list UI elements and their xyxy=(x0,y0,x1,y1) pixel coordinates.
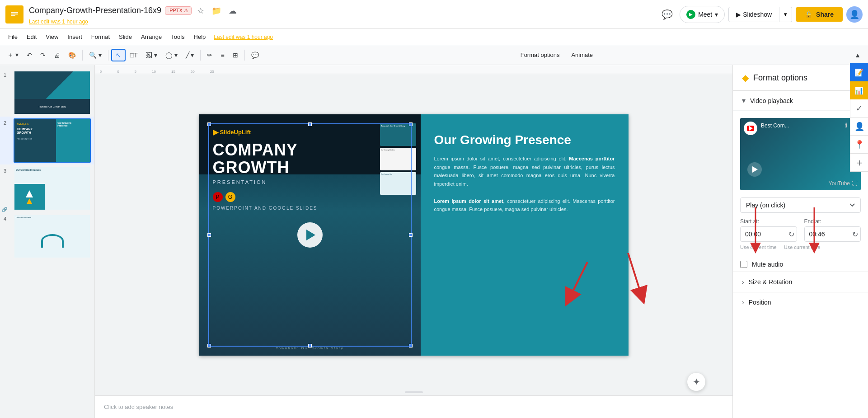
svg-rect-1 xyxy=(11,12,18,13)
menu-tools[interactable]: Tools xyxy=(166,32,189,42)
text-box-button[interactable]: □T xyxy=(127,50,141,61)
magic-add-button[interactable]: ✦ xyxy=(687,373,705,391)
video-play-button[interactable] xyxy=(747,162,762,177)
top-bar: Company-Growth-Presentation-16x9 .PPTX ⚠… xyxy=(0,0,868,29)
print-button[interactable]: 🖨 xyxy=(50,50,64,61)
right-icon-tasks[interactable]: ✓ xyxy=(850,99,868,117)
avatar[interactable]: 👤 xyxy=(846,6,863,23)
video-section-title: Video playback xyxy=(750,97,793,104)
top-right-controls: 💬 ▶ Meet ▾ ▶ Slideshow ▾ 🔒 Share 👤 xyxy=(658,5,863,23)
video-playback-section[interactable]: ▾ Video playback xyxy=(733,91,868,111)
time-inputs: ↻ ↻ xyxy=(740,226,861,242)
menu-help[interactable]: Help xyxy=(189,32,211,42)
slide-thumb-2[interactable]: 2 SlideUpLift COMPANYGROWTH PRESENTATION… xyxy=(0,117,94,164)
comment-toolbar-button[interactable]: 💬 xyxy=(248,50,263,61)
zoom-button[interactable]: 🔍 ▾ xyxy=(85,50,105,61)
slideshow-dropdown-button[interactable]: ▾ xyxy=(779,7,792,22)
animate-toolbar-button[interactable]: Animate xyxy=(566,50,598,60)
app-icon xyxy=(5,5,23,23)
right-icon-docs[interactable]: 📝 xyxy=(850,63,868,81)
mute-section: Mute audio xyxy=(733,257,868,272)
menu-arrange[interactable]: Arrange xyxy=(136,32,166,42)
video-title: Best Com... xyxy=(761,122,789,129)
align-button[interactable]: ≡ xyxy=(217,50,228,61)
line-button[interactable]: ╱ ▾ xyxy=(182,50,198,61)
right-icon-slides[interactable]: 📊 xyxy=(850,81,868,99)
last-edit-menu-link[interactable]: Last edit was 1 hour ago xyxy=(214,34,273,40)
end-at-label: End at: xyxy=(804,218,861,225)
play-button[interactable] xyxy=(297,222,323,248)
image-button[interactable]: 🖼 ▾ xyxy=(142,50,161,61)
handle-mid-right[interactable] xyxy=(409,233,413,237)
handle-top-mid[interactable] xyxy=(308,122,312,126)
undo-button[interactable]: ↶ xyxy=(23,50,36,61)
position-section[interactable]: › Position xyxy=(733,292,868,312)
start-time-refresh-button[interactable]: ↻ xyxy=(788,230,794,239)
distribute-button[interactable]: ⊞ xyxy=(229,50,242,61)
menu-slide[interactable]: Slide xyxy=(114,32,136,42)
cloud-icon[interactable]: ☁ xyxy=(227,4,239,18)
slide-thumb-3[interactable]: 3 Our Growing Initiatives 🔗 xyxy=(0,164,94,212)
slide-right: Our Growing Presence Lorem ipsum dolor s… xyxy=(421,114,629,356)
comment-button[interactable]: 💬 xyxy=(658,5,676,23)
size-rotation-section[interactable]: › Size & Rotation xyxy=(733,272,868,292)
slide-thumb-4[interactable]: 4 Our Focus on You 🔗 xyxy=(0,212,94,260)
video-info-icon[interactable]: ℹ xyxy=(845,122,847,129)
youtube-logo xyxy=(744,122,757,135)
time-section: Start at: End at: ↻ ↻ Use current time U… xyxy=(733,218,868,257)
right-icon-maps[interactable]: 📍 xyxy=(850,136,868,154)
handle-bottom-right[interactable] xyxy=(409,344,413,348)
separator-4 xyxy=(244,50,245,61)
end-time-refresh-button[interactable]: ↻ xyxy=(852,230,858,239)
redo-button[interactable]: ↷ xyxy=(37,50,49,61)
slide-canvas: ▶ SlideUpLift COMPANY GROWTH PRESENTATIO… xyxy=(199,114,629,356)
size-section-chevron-icon: › xyxy=(742,278,744,286)
select-tool-button[interactable]: ↖ xyxy=(111,49,126,61)
handle-mid-left[interactable] xyxy=(207,233,211,237)
folder-icon[interactable]: 📁 xyxy=(210,4,223,18)
star-icon[interactable]: ☆ xyxy=(195,4,206,18)
notes-divider[interactable] xyxy=(405,391,423,393)
menu-view[interactable]: View xyxy=(41,32,63,42)
format-options-toolbar-button[interactable]: Format options xyxy=(515,50,565,60)
start-at-label: Start at: xyxy=(740,218,797,225)
slide-num-2: 2 xyxy=(4,120,10,126)
right-icon-people[interactable]: 👤 xyxy=(850,117,868,136)
slideshow-button[interactable]: ▶ Slideshow xyxy=(728,7,779,22)
meet-icon: ▶ xyxy=(686,10,695,19)
pen-button[interactable]: ✏ xyxy=(203,50,216,61)
paint-format-button[interactable]: 🎨 xyxy=(65,50,80,61)
handle-bottom-mid[interactable] xyxy=(308,344,312,348)
meet-label: Meet xyxy=(698,11,712,18)
play-mode-select[interactable]: Play (on click) Play (automatically) Pla… xyxy=(740,197,861,213)
meet-button[interactable]: ▶ Meet ▾ xyxy=(680,6,725,23)
right-icon-add[interactable]: ＋ xyxy=(850,154,868,172)
menu-edit[interactable]: Edit xyxy=(22,32,41,42)
mute-checkbox[interactable] xyxy=(740,261,747,268)
handle-top-left[interactable] xyxy=(207,122,211,126)
menu-format[interactable]: Format xyxy=(87,32,114,42)
slide-left: ▶ SlideUpLift COMPANY GROWTH PRESENTATIO… xyxy=(199,114,421,356)
menu-insert[interactable]: Insert xyxy=(63,32,87,42)
toolbar: ＋ ▾ ↶ ↷ 🖨 🎨 🔍 ▾ ↖ □T 🖼 ▾ ◯ ▾ ╱ ▾ ✏ ≡ ⊞ 💬… xyxy=(0,45,868,65)
slideshow-label: Slideshow xyxy=(743,11,772,18)
handle-bottom-left[interactable] xyxy=(207,344,211,348)
add-button[interactable]: ＋ ▾ xyxy=(4,49,22,61)
canvas-scroll: ▶ SlideUpLift COMPANY GROWTH PRESENTATIO… xyxy=(95,74,732,395)
notes-area[interactable]: Click to add speaker notes xyxy=(95,395,732,418)
lock-icon: 🔒 xyxy=(805,11,812,18)
fullscreen-icon[interactable]: ⛶ xyxy=(852,180,857,187)
slide-heading: Our Growing Presence xyxy=(434,132,615,148)
handle-top-right[interactable] xyxy=(409,122,413,126)
pptx-badge: .PPTX ⚠ xyxy=(165,6,192,15)
horizontal-ruler: -5 0 5 10 15 20 25 xyxy=(95,65,732,74)
collapse-panel-button[interactable]: ▲ xyxy=(851,50,864,61)
shape-button[interactable]: ◯ ▾ xyxy=(162,50,181,61)
share-button[interactable]: 🔒 Share xyxy=(796,7,843,22)
menu-file[interactable]: File xyxy=(4,32,22,42)
last-edit-link[interactable]: Last edit was 1 hour ago xyxy=(29,19,88,25)
svg-rect-2 xyxy=(11,14,18,14)
separator-1 xyxy=(82,50,83,61)
slide-thumb-1[interactable]: 1 Townhall: Our Growth Story 🔗 xyxy=(0,69,94,117)
canvas-area: -5 0 5 10 15 20 25 xyxy=(95,65,732,418)
